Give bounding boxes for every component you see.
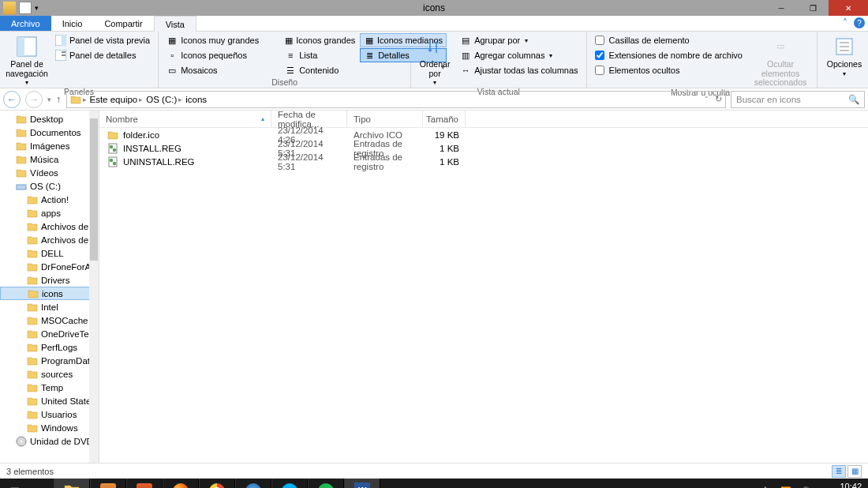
tree-node[interactable]: Drivers — [0, 273, 99, 287]
start-button[interactable]: ⊞ Start — [0, 479, 54, 488]
tree-node[interactable]: OS (C:) — [0, 179, 99, 193]
nav-panel-button[interactable]: Panel de navegación ▾ — [5, 33, 49, 87]
column-headers: Nombre▴ Fecha de modifica... Tipo Tamaño — [99, 111, 868, 128]
taskbar-app-2[interactable] — [126, 479, 163, 488]
fit-columns-button[interactable]: ↔Ajustar todas las columnas — [457, 63, 581, 77]
tree-node[interactable]: MSOCache — [0, 313, 99, 327]
tree-node[interactable]: Windows — [0, 421, 99, 434]
col-type[interactable]: Tipo — [347, 111, 423, 127]
hidden-items-toggle[interactable]: Elementos ocultos — [592, 63, 746, 77]
up-button[interactable]: ↑ — [56, 93, 62, 105]
breadcrumb[interactable]: ▸Este equipo ▸OS (C:) ▸icons ˅↻ — [66, 91, 727, 108]
clock[interactable]: 10:42 10/02/2015 — [818, 482, 862, 488]
refresh-button[interactable]: ↻ — [715, 94, 722, 104]
taskbar-spotify[interactable] — [308, 479, 344, 488]
file-row[interactable]: INSTALL.REG23/12/2014 5:31Entradas de re… — [99, 141, 868, 155]
forward-button[interactable]: → — [25, 91, 43, 108]
tree-node[interactable]: icons — [0, 287, 99, 300]
content-icon: ☰ — [285, 65, 296, 76]
tree-node[interactable]: Unidad de DVD R — [0, 434, 99, 448]
maximize-button[interactable]: ❐ — [797, 0, 829, 16]
back-button[interactable]: ← — [3, 91, 21, 108]
taskbar-explorer[interactable] — [54, 479, 90, 488]
content-button[interactable]: ☰Contenido — [282, 63, 357, 77]
minimize-button[interactable]: ─ — [765, 0, 797, 16]
ribbon-expand-icon[interactable]: ˄ — [843, 17, 847, 28]
file-row[interactable]: UNINSTALL.REG23/12/2014 5:31Entradas de … — [99, 155, 868, 168]
tree-node[interactable]: DELL — [0, 246, 99, 260]
system-tray[interactable]: ▴ ⚑ 🔌 📶 🔊 10:42 10/02/2015 — [728, 482, 868, 488]
tree-node[interactable]: Intel — [0, 300, 99, 313]
tree-node[interactable]: Action! — [0, 193, 99, 206]
details-view-button[interactable]: ≣ — [832, 465, 846, 478]
close-button[interactable]: ✕ — [829, 0, 868, 16]
tiles-button[interactable]: ▭Mosaicos — [163, 63, 279, 77]
file-extensions-toggle[interactable]: Extensiones de nombre de archivo — [592, 48, 746, 62]
tree-node[interactable]: Documentos — [0, 126, 99, 139]
folder-icon — [27, 221, 38, 232]
col-size[interactable]: Tamaño — [423, 111, 466, 127]
tree-node[interactable]: PerfLogs — [0, 340, 99, 354]
folder-icon — [28, 288, 39, 299]
item-checkboxes-toggle[interactable]: Casillas de elemento — [592, 33, 746, 47]
crumb-drive[interactable]: OS (C:) — [146, 95, 177, 104]
addr-dropdown-icon[interactable]: ˅ — [705, 96, 709, 103]
recent-dropdown-icon[interactable]: ▾ — [47, 96, 51, 103]
tree-node[interactable]: Archivos de pro — [0, 220, 99, 233]
taskbar-firefox[interactable] — [163, 479, 199, 488]
tree-node[interactable]: ProgramData — [0, 354, 99, 367]
grid-icon: ▦ — [166, 35, 178, 46]
taskbar-thunderbird[interactable] — [235, 479, 271, 488]
help-icon[interactable]: ? — [854, 17, 865, 28]
icons-l-button[interactable]: ▦Iconos grandes — [282, 33, 357, 47]
tree-node[interactable]: DrFoneForAndr — [0, 260, 99, 273]
tree-node[interactable]: Temp — [0, 381, 99, 394]
tree-scrollbar[interactable] — [89, 111, 99, 463]
tree-node[interactable]: Desktop — [0, 112, 99, 126]
taskbar-skype[interactable]: S — [271, 479, 308, 488]
qat-new-icon[interactable] — [19, 2, 32, 14]
tree-node[interactable]: Usuarios — [0, 407, 99, 421]
crumb-folder[interactable]: icons — [185, 95, 207, 104]
hide-selected-button[interactable]: ▭ Ocultar elementos seleccionados — [749, 33, 812, 88]
icons-s-button[interactable]: ▫Iconos pequeños — [163, 48, 279, 62]
tab-file[interactable]: Archivo — [0, 16, 51, 31]
preview-pane-button[interactable]: Panel de vista previa — [52, 33, 153, 47]
taskbar-word[interactable]: W — [344, 479, 380, 488]
preview-pane-icon — [55, 35, 66, 46]
sort-by-button[interactable]: Ordenar por ▾ — [416, 33, 454, 87]
details-pane-button[interactable]: Panel de detalles — [52, 48, 153, 62]
tab-view[interactable]: Vista — [154, 16, 196, 32]
group-by-button[interactable]: ▤Agrupar por▾ — [457, 33, 581, 47]
hide-icon: ▭ — [769, 35, 792, 58]
tree-node[interactable]: apps — [0, 206, 99, 220]
icons-xl-button[interactable]: ▦Iconos muy grandes — [163, 33, 279, 47]
tree-node[interactable]: United States S — [0, 394, 99, 407]
tree-node[interactable]: Imágenes — [0, 139, 99, 152]
nav-tree[interactable]: DesktopDocumentosImágenesMúsicaVídeosOS … — [0, 111, 99, 463]
qat-folder-icon[interactable] — [3, 2, 16, 14]
tab-home[interactable]: Inicio — [51, 16, 94, 31]
tree-node[interactable]: sources — [0, 367, 99, 381]
qat-dropdown-icon[interactable]: ▾ — [35, 4, 39, 12]
tree-node[interactable]: Vídeos — [0, 166, 99, 179]
crumb-pc[interactable]: Este equipo — [90, 95, 138, 104]
tree-node[interactable]: Música — [0, 152, 99, 166]
folder-icon — [27, 342, 38, 353]
options-button[interactable]: Opciones ▾ — [822, 33, 866, 77]
tree-node[interactable]: Archivos de pro — [0, 233, 99, 246]
taskbar-chrome[interactable] — [199, 479, 235, 488]
add-columns-button[interactable]: ▥Agregar columnas▾ — [457, 48, 581, 62]
col-name[interactable]: Nombre▴ — [99, 111, 271, 127]
thumb-view-button[interactable]: ▦ — [847, 465, 862, 478]
list-button[interactable]: ≡Lista — [282, 48, 357, 62]
taskbar-app-1[interactable] — [90, 479, 126, 488]
tab-share[interactable]: Compartir — [93, 16, 153, 31]
svg-rect-1 — [17, 37, 24, 56]
svg-point-13 — [113, 148, 116, 151]
file-icon — [107, 156, 118, 167]
file-row[interactable]: folder.ico23/12/2014 4:26Archivo ICO19 K… — [99, 128, 868, 141]
folder-icon — [27, 382, 38, 393]
tree-node[interactable]: OneDriveTemp — [0, 327, 99, 340]
search-input[interactable]: Buscar en icons 🔍 — [731, 91, 865, 108]
